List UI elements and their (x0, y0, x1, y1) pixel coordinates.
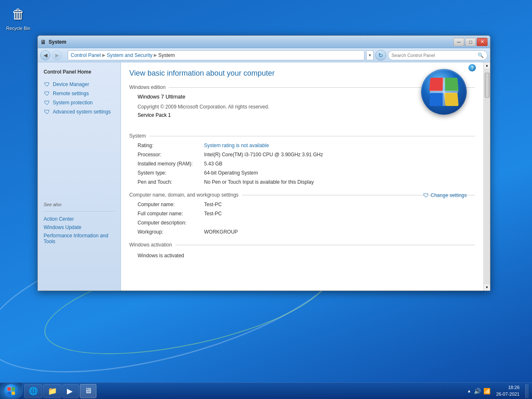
breadcrumb-sep-2: ▶ (154, 53, 157, 57)
media-icon: ▶ (67, 387, 73, 396)
scroll-thumb[interactable] (485, 73, 490, 98)
speaker-icon[interactable]: 🔊 (474, 388, 481, 394)
change-settings-container: 🛡 Change settings (423, 192, 467, 199)
scroll-up-button[interactable]: ▲ (485, 62, 489, 69)
breadcrumb-control-panel[interactable]: Control Panel (71, 52, 101, 58)
clock-time: 18:26 (496, 384, 520, 391)
content-area: Control Panel Home 🛡 Device Manager 🛡 Re… (38, 62, 490, 291)
computer-name-value: Test-PC (204, 201, 467, 208)
taskbar-items: 🌐 📁 ▶ 🖥 (22, 384, 464, 398)
scroll-track (484, 69, 490, 284)
sidebar-performance[interactable]: Performance Information and Tools (38, 232, 121, 246)
maximize-button[interactable]: □ (465, 38, 476, 46)
sidebar-action-center[interactable]: Action Center (38, 215, 121, 223)
rating-value[interactable]: System rating is not available (204, 142, 467, 149)
search-box: 🔍 (388, 50, 488, 60)
start-orb (4, 384, 18, 398)
taskbar: 🌐 📁 ▶ 🖥 ▲ 🔊 📶 18:26 26-07-2021 (0, 382, 532, 399)
breadcrumb-dropdown[interactable]: ▼ (366, 50, 374, 60)
flag-yellow (444, 93, 459, 106)
show-desktop-button[interactable] (525, 384, 529, 398)
window-title: System (49, 39, 451, 45)
change-settings-button[interactable]: 🛡 Change settings (423, 192, 467, 199)
memory-label: Installed memory (RAM): (138, 160, 204, 167)
sidebar-windows-update[interactable]: Windows Update (38, 223, 121, 232)
flag-red (429, 78, 444, 91)
system-tray: ▲ 🔊 📶 (467, 388, 490, 394)
breadcrumb-system-security[interactable]: System and Security (107, 52, 153, 58)
sidebar: Control Panel Home 🛡 Device Manager 🛡 Re… (38, 62, 121, 291)
search-input[interactable] (392, 53, 476, 58)
sidebar-device-manager[interactable]: 🛡 Device Manager (38, 80, 121, 89)
tray-arrow[interactable]: ▲ (467, 389, 471, 393)
explorer-icon: 📁 (48, 387, 57, 396)
full-name-value: Test-PC (204, 210, 467, 217)
network-icon[interactable]: 📶 (483, 388, 490, 394)
activation-header: Windows activation (129, 242, 475, 248)
pen-label: Pen and Touch: (138, 179, 204, 185)
recycle-bin-graphic: 🗑 (10, 4, 27, 24)
windows-flag (430, 78, 458, 106)
description-label: Computer description: (138, 219, 204, 226)
scroll-down-button[interactable]: ▼ (485, 284, 489, 291)
scrollbar[interactable]: ▲ ▼ (483, 62, 490, 291)
taskbar-control-panel[interactable]: 🖥 (80, 384, 96, 398)
clock[interactable]: 18:26 26-07-2021 (494, 384, 522, 397)
clock-date: 26-07-2021 (496, 391, 520, 397)
description-value (204, 219, 467, 226)
sidebar-home[interactable]: Control Panel Home (38, 67, 121, 76)
refresh-button[interactable]: ↻ (375, 50, 386, 61)
shield-icon-2: 🛡 (44, 90, 50, 97)
type-value: 64-bit Operating System (204, 170, 467, 176)
workgroup-label: Workgroup: (138, 229, 204, 235)
windows-name: Windows 7 Ultimate (138, 94, 467, 100)
processor-label: Processor: (138, 151, 204, 158)
shield-icon-3: 🛡 (44, 99, 50, 106)
sidebar-system-protection[interactable]: 🛡 System protection (38, 98, 121, 107)
pen-value: No Pen or Touch Input is available for t… (204, 179, 467, 185)
windows-edition-info: Windows 7 Ultimate Copyright © 2009 Micr… (138, 94, 467, 118)
control-panel-icon: 🖥 (84, 387, 92, 395)
address-breadcrumb[interactable]: Control Panel ▶ System and Security ▶ Sy… (68, 50, 365, 60)
windows-logo-circle (421, 69, 467, 115)
back-button[interactable]: ◀ (40, 50, 50, 60)
address-bar: ◀ ▶ Control Panel ▶ System and Security … (38, 48, 490, 62)
window-icon: 🖥 (40, 39, 46, 45)
search-icon[interactable]: 🔍 (478, 52, 484, 58)
rating-label: Rating: (138, 142, 204, 149)
main-content: ? View basic information (121, 62, 483, 291)
breadcrumb-sep-1: ▶ (102, 53, 106, 57)
taskbar-right: ▲ 🔊 📶 18:26 26-07-2021 (464, 384, 532, 398)
windows-copyright: Copyright © 2009 Microsoft Corporation. … (138, 104, 467, 110)
close-button[interactable]: ✕ (477, 38, 488, 46)
processor-value: Intel(R) Core(TM) i3-7100 CPU @ 3.90GHz … (204, 151, 467, 158)
minimize-button[interactable]: ─ (453, 38, 464, 46)
svg-rect-0 (7, 387, 11, 391)
svg-rect-2 (7, 392, 11, 395)
svg-rect-1 (12, 387, 15, 391)
windows-sp: Service Pack 1 (138, 112, 467, 118)
workgroup-value: WORKGROUP (204, 229, 467, 235)
taskbar-media[interactable]: ▶ (62, 384, 79, 398)
start-button[interactable] (0, 383, 22, 399)
flag-horizontal-divider (430, 91, 458, 93)
change-settings-icon: 🛡 (423, 192, 429, 199)
sidebar-remote-settings[interactable]: 🛡 Remote settings (38, 89, 121, 98)
forward-button[interactable]: ▶ (52, 50, 62, 60)
computer-name-label: Computer name: (138, 201, 204, 208)
flag-blue (429, 93, 444, 106)
taskbar-ie[interactable]: 🌐 (24, 384, 42, 398)
recycle-bin-icon[interactable]: 🗑 Recycle Bin (6, 4, 30, 31)
computer-info-grid: Computer name: Test-PC Full computer nam… (138, 201, 467, 235)
ie-icon: 🌐 (29, 387, 38, 396)
taskbar-explorer[interactable]: 📁 (43, 384, 62, 398)
type-label: System type: (138, 170, 204, 176)
see-also-label: See also (38, 200, 121, 208)
windows-logo (421, 69, 471, 119)
sidebar-advanced-settings[interactable]: 🛡 Advanced system settings (38, 107, 121, 116)
sidebar-divider (44, 211, 115, 212)
system-info-grid: Rating: System rating is not available P… (138, 142, 467, 185)
title-bar: 🖥 System ─ □ ✕ (38, 36, 490, 48)
svg-rect-3 (12, 392, 15, 395)
memory-value: 5.43 GB (204, 160, 467, 167)
